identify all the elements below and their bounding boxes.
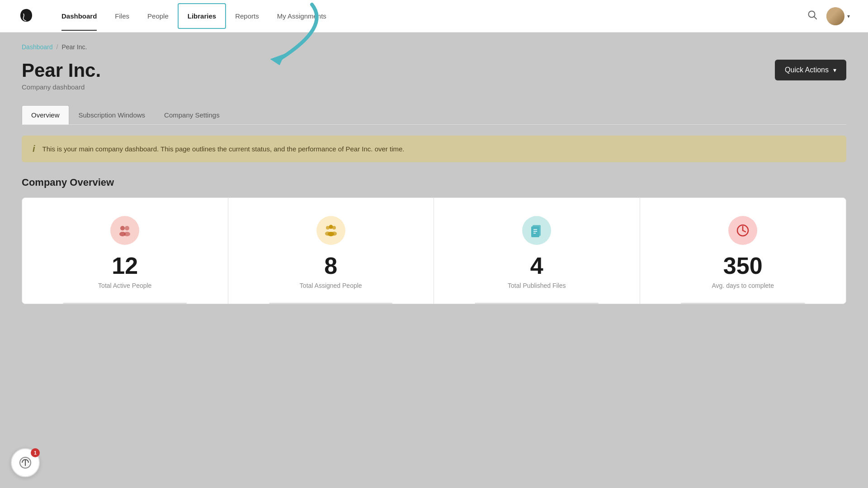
svg-point-3 (120, 226, 125, 230)
svg-point-12 (331, 232, 337, 236)
search-icon[interactable] (807, 10, 817, 22)
breadcrumb-separator: / (57, 43, 58, 51)
avg-days-icon (728, 216, 757, 245)
navbar: Dashboard Files People Libraries Reports… (0, 0, 868, 33)
stat-underline (681, 303, 805, 304)
quick-actions-chevron-icon: ▾ (833, 66, 836, 74)
company-overview-title: Company Overview (22, 177, 846, 188)
notification-badge: 1 (31, 448, 40, 457)
svg-point-8 (329, 225, 333, 229)
nav-links: Dashboard Files People Libraries Reports… (52, 1, 807, 31)
avg-days-label: Avg. days to complete (712, 282, 774, 289)
svg-rect-14 (531, 226, 539, 237)
svg-line-1 (814, 17, 817, 19)
stat-underline (269, 303, 392, 304)
svg-point-6 (124, 232, 130, 236)
stat-underline (63, 303, 187, 304)
avatar[interactable] (826, 7, 844, 25)
svg-point-4 (125, 226, 129, 230)
stat-card-total-assigned[interactable]: 8 Total Assigned People (228, 198, 434, 304)
page-title: Pear Inc. (22, 60, 101, 81)
avatar-chevron-icon[interactable]: ▾ (847, 13, 850, 19)
page-tabs: Overview Subscription Windows Company Se… (22, 105, 846, 125)
total-active-number: 12 (112, 254, 138, 277)
info-banner: i This is your main company dashboard. T… (22, 136, 846, 162)
nav-people[interactable]: People (138, 1, 178, 31)
stats-grid: 12 Total Active People 8 Total Assigned … (22, 197, 846, 304)
total-assigned-label: Total Assigned People (300, 282, 362, 289)
total-active-icon (110, 216, 139, 245)
nav-libraries[interactable]: Libraries (178, 3, 226, 29)
info-icon: i (33, 144, 35, 154)
breadcrumb-home[interactable]: Dashboard (22, 43, 53, 51)
brand-logo[interactable] (18, 7, 34, 25)
nav-reports[interactable]: Reports (226, 1, 268, 31)
stat-underline (475, 303, 599, 304)
notification-button[interactable]: 1 (11, 448, 40, 477)
stat-card-avg-days[interactable]: 350 Avg. days to complete (640, 198, 846, 304)
total-assigned-number: 8 (324, 254, 337, 277)
stat-card-total-files[interactable]: 4 Total Published Files (434, 198, 640, 304)
breadcrumb: Dashboard / Pear Inc. (22, 43, 846, 51)
page-subtitle: Company dashboard (22, 83, 101, 91)
stat-card-total-active[interactable]: 12 Total Active People (22, 198, 228, 304)
tab-company-settings[interactable]: Company Settings (155, 105, 229, 125)
page-header: Pear Inc. Company dashboard Quick Action… (22, 60, 846, 91)
svg-line-20 (743, 230, 745, 232)
quick-actions-label: Quick Actions (785, 66, 829, 74)
total-files-label: Total Published Files (508, 282, 566, 289)
nav-my-assignments[interactable]: My Assignments (268, 1, 335, 31)
page-title-area: Pear Inc. Company dashboard (22, 60, 101, 91)
nav-dashboard[interactable]: Dashboard (52, 1, 106, 31)
tab-overview[interactable]: Overview (22, 105, 69, 125)
notification-widget: 1 (11, 448, 40, 477)
nav-files[interactable]: Files (106, 1, 138, 31)
breadcrumb-current: Pear Inc. (61, 43, 87, 51)
quick-actions-button[interactable]: Quick Actions ▾ (775, 60, 846, 80)
info-banner-text: This is your main company dashboard. Thi… (42, 145, 405, 153)
total-assigned-icon (316, 216, 345, 245)
total-files-number: 4 (530, 254, 543, 277)
total-files-icon (522, 216, 551, 245)
svg-point-9 (332, 226, 336, 230)
total-active-label: Total Active People (98, 282, 151, 289)
avg-days-number: 350 (723, 254, 763, 277)
tab-subscription-windows[interactable]: Subscription Windows (69, 105, 155, 125)
page-content: Dashboard / Pear Inc. Pear Inc. Company … (0, 33, 868, 315)
